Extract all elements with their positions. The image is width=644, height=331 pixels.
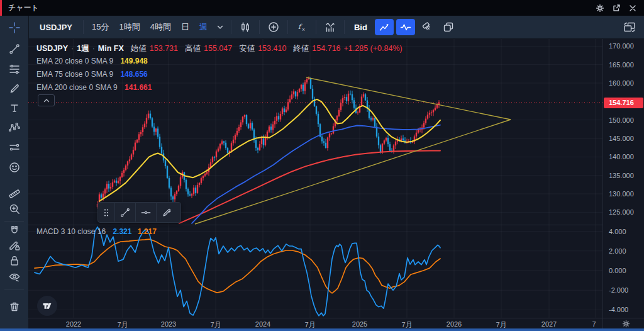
low-label: 安値: [239, 43, 255, 54]
pulse-chart-mode-icon[interactable]: [396, 19, 415, 35]
timeframe-1h[interactable]: 1時間: [114, 21, 145, 33]
remove-drawings-trash-tool[interactable]: [5, 298, 23, 315]
tradingview-logo[interactable]: [37, 296, 57, 316]
multi-chart-sync-icon[interactable]: [620, 19, 639, 35]
window-titlebar: チャート: [0, 0, 644, 16]
indicator-templates-icon[interactable]: [321, 19, 340, 35]
timeframe-15m[interactable]: 15分: [87, 21, 114, 33]
favorite-horizontal-line-icon[interactable]: [136, 203, 157, 222]
candlestick-style-icon[interactable]: [236, 19, 255, 35]
open-label: 始値: [131, 43, 147, 54]
open-in-new-icon[interactable]: [611, 3, 621, 13]
macd-tick-label: 0.000: [609, 267, 626, 274]
timeframe-menu-chevron-icon[interactable]: [214, 19, 226, 35]
favorite-brush-icon[interactable]: [157, 203, 177, 222]
macd-tick-label: 2.000: [609, 247, 626, 255]
axis-corner: [602, 318, 644, 329]
sidebar-divider: [4, 221, 24, 222]
timeframe-1w[interactable]: 週: [194, 21, 213, 33]
price-axis[interactable]: 170.000165.000160.000150.000145.000140.0…: [602, 39, 644, 318]
price-tick-label: 145.000: [609, 135, 634, 142]
close-label: 終値: [293, 43, 309, 54]
settings-gear-icon[interactable]: [595, 3, 605, 13]
price-tick-label: 170.000: [609, 42, 634, 50]
macd-tick-label: -2.000: [609, 286, 628, 294]
brush-tool[interactable]: [5, 80, 23, 98]
toolbar-divider: [231, 20, 231, 34]
indicators-fx-icon[interactable]: fx: [292, 19, 311, 35]
time-tick-label: 2025: [352, 320, 367, 328]
toolbar-divider: [316, 20, 316, 34]
open-value: 153.731: [150, 44, 178, 53]
price-tick-label: 135.000: [609, 172, 634, 179]
time-tick-label: 2026: [447, 320, 462, 328]
fib-retracement-tool[interactable]: [5, 60, 23, 78]
close-value: 154.716: [312, 44, 340, 53]
sidebar-divider: [4, 289, 24, 289]
ohlc-legend: USDJPY · 1週 · Min FX 始値 153.731 高値 155.0…: [36, 43, 402, 54]
time-tick-label: 2024: [255, 320, 270, 328]
collapse-legend-button[interactable]: [38, 94, 55, 106]
svg-text:x: x: [302, 26, 304, 32]
time-axis[interactable]: 20227月20237月20247月20257月20267月20277月: [28, 318, 602, 329]
paint-brush-icon[interactable]: [418, 19, 436, 35]
low-value: 153.410: [258, 44, 286, 53]
ema20-legend[interactable]: EMA 20 close 0 SMA 9 149.948: [36, 57, 148, 65]
ema200-legend[interactable]: EMA 200 close 0 SMA 9 141.661: [36, 83, 152, 92]
price-tick-label: 160.000: [609, 79, 634, 87]
emoji-tool[interactable]: [5, 159, 23, 176]
macd-tick-label: -4.000: [609, 306, 628, 313]
window-title: チャート: [8, 3, 39, 13]
price-tick-label: 125.000: [609, 208, 634, 216]
time-tick-label: 2022: [66, 320, 81, 328]
last-price-badge: 154.716: [604, 98, 643, 108]
chart-toolbar: USDJPY 15分 1時間 4時間 日 週 fx Bid: [28, 16, 644, 39]
trend-line-tool[interactable]: [5, 40, 23, 58]
macd-tick-label: 4.000: [609, 228, 626, 235]
accent-strip: [0, 0, 2, 16]
price-tick-label: 130.000: [609, 190, 634, 198]
change-value: +1.285 (+0.84%): [344, 44, 402, 53]
time-tick-label: 2023: [161, 320, 176, 328]
toolbar-divider: [259, 20, 260, 34]
macd-legend[interactable]: MACD 3 10 close 16 2.321 1.217: [36, 227, 157, 236]
zoom-in-tool[interactable]: [5, 200, 23, 218]
close-icon[interactable]: [628, 3, 638, 13]
price-tick-label: 165.000: [609, 61, 634, 69]
toolbar-divider: [83, 20, 84, 34]
app-window: チャート USDJPY 15分 1時間 4時間 日 週: [0, 0, 644, 331]
legend-timeframe: 1週: [77, 43, 89, 54]
forecast-tool[interactable]: [5, 138, 23, 156]
price-tick-label: 140.000: [609, 153, 634, 160]
high-value: 155.047: [204, 44, 232, 53]
price-tick-label: 150.000: [609, 116, 634, 124]
toolbar-divider: [344, 20, 345, 34]
drawing-favorites-toolbar: [97, 202, 181, 223]
trend-chart-mode-icon[interactable]: [375, 19, 394, 35]
favorite-trend-line-icon[interactable]: [115, 203, 136, 222]
symbol-button[interactable]: USDJPY: [32, 23, 80, 32]
time-tick-label: 2027: [541, 320, 557, 328]
toolbar-divider: [287, 20, 288, 34]
high-label: 高値: [185, 43, 201, 54]
drawing-sidebar: [0, 16, 29, 328]
chart-canvas[interactable]: [28, 39, 602, 318]
bottom-accent-strip: [0, 328, 644, 331]
lock-drawings-tool[interactable]: [5, 252, 23, 269]
axis-settings-gear-icon[interactable]: [622, 320, 630, 328]
toolbar-drag-handle[interactable]: [98, 203, 115, 222]
timeframe-1d[interactable]: 日: [176, 21, 194, 33]
ema75-legend[interactable]: EMA 75 close 0 SMA 9 148.656: [36, 70, 148, 79]
timeframe-4h[interactable]: 4時間: [145, 21, 176, 33]
bid-ask-toggle[interactable]: Bid: [348, 23, 374, 32]
crosshair-tool[interactable]: [5, 19, 23, 36]
hide-drawings-tool[interactable]: [5, 268, 23, 286]
legend-source: Min FX: [98, 44, 124, 53]
legend-symbol[interactable]: USDJPY: [36, 44, 68, 53]
text-tool[interactable]: [5, 99, 23, 117]
compare-add-icon[interactable]: [264, 19, 283, 35]
xabcd-pattern-tool[interactable]: [5, 119, 23, 137]
duplicate-layout-icon[interactable]: [439, 19, 458, 35]
